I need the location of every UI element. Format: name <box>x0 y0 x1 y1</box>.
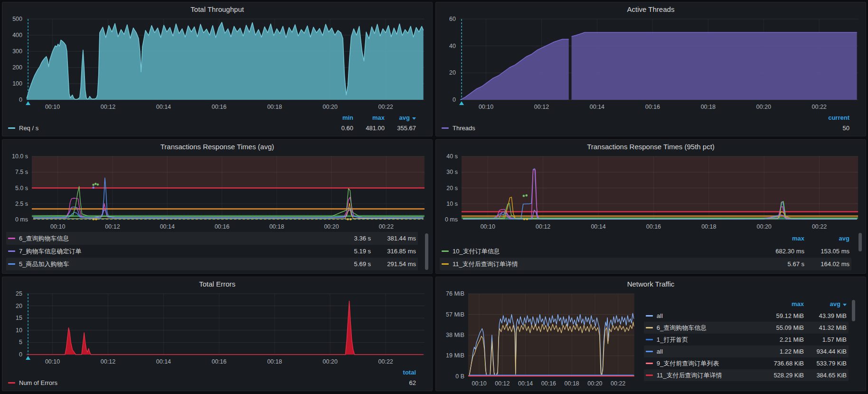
series-color-dash-icon[interactable] <box>8 263 15 265</box>
series-color-dash-icon[interactable] <box>646 339 653 340</box>
series-label[interactable]: Req / s <box>8 125 322 132</box>
svg-text:500: 500 <box>12 16 22 22</box>
svg-text:40: 40 <box>449 43 456 49</box>
svg-text:00:12: 00:12 <box>536 223 550 230</box>
network-traffic-chart[interactable]: 0 B19 MiB38 MiB57 MiB76 MiB00:1000:1200:… <box>440 290 638 389</box>
panel-title-total-throughput[interactable]: Total Throughput <box>6 2 428 16</box>
panel-title-text: Network Traffic <box>627 280 675 288</box>
total-errors-chart[interactable]: 051015202500:1000:1200:1400:1600:1800:20… <box>6 290 428 367</box>
series-color-dash-icon[interactable] <box>646 375 653 376</box>
series-name: all <box>657 312 663 319</box>
legend-header-row: maxavg <box>644 298 849 310</box>
series-color-dash-icon[interactable] <box>646 351 653 352</box>
svg-text:60: 60 <box>449 16 456 22</box>
series-name: 7_购物车信息确定订单 <box>19 247 81 256</box>
series-name: 11_支付后查询订单详情 <box>453 260 518 269</box>
series-label[interactable]: Num of Errors <box>8 379 376 386</box>
legend-row: Threads50 <box>442 123 849 133</box>
legend-value: 55.09 MiB <box>761 324 804 331</box>
series-name: 5_商品加入购物车 <box>19 260 69 269</box>
legend-value: 481.00 <box>353 125 385 132</box>
series-label[interactable]: 11_支付后查询订单详情 <box>442 260 759 269</box>
legend-col-header-avg[interactable]: avg <box>385 114 416 121</box>
series-label[interactable]: 5_商品加入购物车 <box>8 260 326 269</box>
series-color-dash-icon[interactable] <box>646 327 653 328</box>
series-name: Threads <box>453 125 475 132</box>
svg-text:00:14: 00:14 <box>591 223 605 230</box>
legend-col-header-min[interactable]: min <box>322 114 353 121</box>
series-label[interactable]: 6_查询购物车信息 <box>8 234 326 243</box>
panel-title-active-threads[interactable]: Active Threads <box>440 2 862 16</box>
legend-scrollbar-thumb[interactable] <box>859 233 862 252</box>
series-label[interactable]: 1_打开首页 <box>646 336 761 344</box>
panel-title-text: Total Errors <box>199 280 236 288</box>
legend-header-row: current <box>442 112 849 123</box>
total-throughput-legend: minmaxavgReq / s0.60481.00355.67 <box>6 112 428 134</box>
grafana-dashboard: Total Throughput 010020030040050000:1000… <box>0 0 868 394</box>
panel-title-network-traffic[interactable]: Network Traffic <box>440 277 862 290</box>
svg-text:10 s: 10 s <box>446 201 458 207</box>
legend-col-header-total[interactable]: total <box>376 369 416 376</box>
svg-text:00:16: 00:16 <box>215 223 229 230</box>
legend-col-header-max[interactable]: max <box>761 300 804 308</box>
svg-text:2.5 s: 2.5 s <box>15 201 28 207</box>
response-times-avg-chart[interactable]: 0 ms2.5 s5.0 s7.5 s10.0 s00:1000:1200:14… <box>6 153 428 232</box>
svg-text:0 ms: 0 ms <box>445 216 458 223</box>
legend-col-header-current[interactable]: current <box>810 114 849 121</box>
panel-title-response-times-95th[interactable]: Transactions Response Times (95th pct) <box>440 140 862 153</box>
legend-row: Req / s0.60481.00355.67 <box>8 123 416 133</box>
series-color-dash-icon[interactable] <box>646 315 653 317</box>
svg-text:7.5 s: 7.5 s <box>15 169 28 175</box>
svg-text:00:16: 00:16 <box>212 104 226 110</box>
svg-text:00:10: 00:10 <box>45 104 60 110</box>
panel-title-response-times-avg[interactable]: Transactions Response Times (avg) <box>6 140 428 153</box>
series-label[interactable]: all <box>646 312 761 319</box>
legend-col-header-avg[interactable]: avg <box>804 235 849 242</box>
series-color-dash-icon[interactable] <box>442 263 449 265</box>
svg-text:00:12: 00:12 <box>534 104 549 110</box>
legend-value: 5.69 s <box>326 260 371 268</box>
svg-text:00:12: 00:12 <box>105 223 120 230</box>
response-times-avg-legend: 6_查询购物车信息3.36 s381.44 ms7_购物车信息确定订单5.19 … <box>6 232 428 271</box>
legend-value: 316.85 ms <box>371 248 416 255</box>
legend-scrollbar-thumb[interactable] <box>425 233 428 269</box>
panel-title-total-errors[interactable]: Total Errors <box>6 277 428 290</box>
legend-value: 43.39 MiB <box>804 312 847 319</box>
legend-col-header-max[interactable]: max <box>353 114 385 121</box>
svg-text:00:18: 00:18 <box>267 104 282 110</box>
total-errors-legend: totalNum of Errors62 <box>6 367 428 389</box>
series-color-dash-icon[interactable] <box>646 363 653 364</box>
legend-value: 381.44 ms <box>371 235 416 242</box>
series-color-dash-icon[interactable] <box>8 250 15 252</box>
legend-header-row: total <box>8 367 416 377</box>
panel-response-times-95th: Transactions Response Times (95th pct) 0… <box>435 139 866 274</box>
series-label[interactable]: 9_支付前查询订单列表 <box>646 359 761 368</box>
panel-title-text: Total Throughput <box>190 5 244 13</box>
response-times-95th-chart[interactable]: 0 ms10 s20 s30 s40 s00:1000:1200:1400:16… <box>440 153 862 232</box>
svg-text:0: 0 <box>453 96 456 103</box>
total-throughput-chart[interactable]: 010020030040050000:1000:1200:1400:1600:1… <box>6 16 428 112</box>
panel-title-text: Transactions Response Times (95th pct) <box>587 143 715 151</box>
series-label[interactable]: 10_支付订单信息 <box>442 247 759 256</box>
legend-row: all59.12 MiB43.39 MiB <box>644 310 849 322</box>
panel-total-errors: Total Errors 051015202500:1000:1200:1400… <box>2 277 433 391</box>
series-label[interactable]: 6_查询购物车信息 <box>646 324 761 332</box>
series-color-dash-icon[interactable] <box>8 127 15 129</box>
legend-row: all1.22 MiB934.44 KiB <box>644 346 849 357</box>
legend-col-header-avg[interactable]: avg <box>804 300 847 308</box>
legend-col-header-max[interactable]: max <box>759 235 804 242</box>
series-label[interactable]: 7_购物车信息确定订单 <box>8 247 326 256</box>
legend-scrollbar-thumb[interactable] <box>852 300 855 321</box>
series-label[interactable]: all <box>646 348 761 355</box>
series-color-dash-icon[interactable] <box>8 382 15 384</box>
series-label[interactable]: Threads <box>442 125 810 132</box>
svg-text:00:16: 00:16 <box>645 104 660 110</box>
legend-header-row: minmaxavg <box>8 112 416 123</box>
series-color-dash-icon[interactable] <box>442 127 449 129</box>
svg-text:00:18: 00:18 <box>701 104 716 110</box>
legend-row: 11_支付后查询订单详情528.29 KiB384.65 KiB <box>644 369 849 381</box>
series-color-dash-icon[interactable] <box>8 238 15 239</box>
active-threads-chart[interactable]: 020406000:1000:1200:1400:1600:1800:2000:… <box>440 16 862 112</box>
series-label[interactable]: 11_支付后查询订单详情 <box>646 371 761 380</box>
series-color-dash-icon[interactable] <box>442 250 449 252</box>
